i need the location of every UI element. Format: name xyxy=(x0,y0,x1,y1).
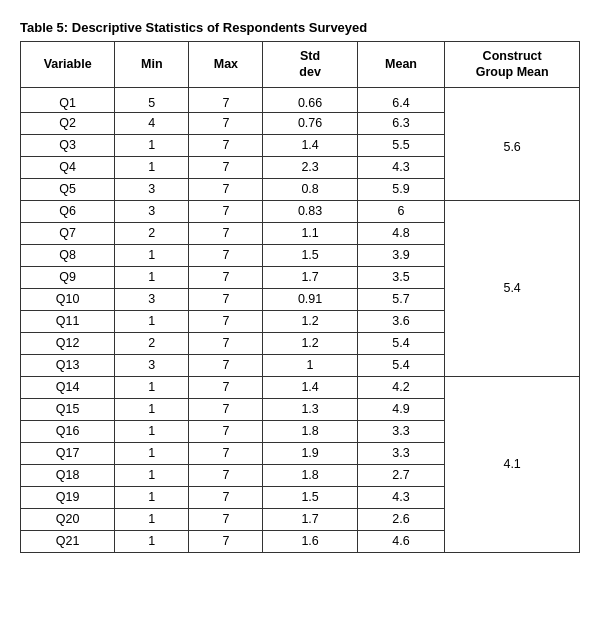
cell-mean: 6 xyxy=(357,200,445,222)
cell-variable: Q18 xyxy=(21,464,115,486)
cell-mean: 3.3 xyxy=(357,442,445,464)
cell-max: 7 xyxy=(189,420,263,442)
cell-min: 1 xyxy=(115,530,189,552)
cell-variable: Q15 xyxy=(21,398,115,420)
cell-max: 7 xyxy=(189,288,263,310)
cell-variable: Q4 xyxy=(21,156,115,178)
cell-variable: Q3 xyxy=(21,134,115,156)
cell-mean: 2.7 xyxy=(357,464,445,486)
cell-variable: Q13 xyxy=(21,354,115,376)
cell-max: 7 xyxy=(189,442,263,464)
cell-variable: Q9 xyxy=(21,266,115,288)
cell-variable: Q5 xyxy=(21,178,115,200)
cell-mean: 5.7 xyxy=(357,288,445,310)
cell-min: 1 xyxy=(115,398,189,420)
cell-std-dev: 1.2 xyxy=(263,310,357,332)
cell-min: 3 xyxy=(115,288,189,310)
cell-std-dev: 0.66 xyxy=(263,87,357,112)
cell-mean: 6.3 xyxy=(357,112,445,134)
cell-min: 2 xyxy=(115,222,189,244)
cell-variable: Q6 xyxy=(21,200,115,222)
cell-max: 7 xyxy=(189,112,263,134)
header-min: Min xyxy=(115,42,189,88)
cell-variable: Q16 xyxy=(21,420,115,442)
cell-max: 7 xyxy=(189,134,263,156)
cell-mean: 4.9 xyxy=(357,398,445,420)
cell-variable: Q12 xyxy=(21,332,115,354)
cell-std-dev: 1.8 xyxy=(263,464,357,486)
cell-std-dev: 1.5 xyxy=(263,244,357,266)
cell-min: 5 xyxy=(115,87,189,112)
cell-mean: 3.6 xyxy=(357,310,445,332)
header-std-dev: Stddev xyxy=(263,42,357,88)
cell-max: 7 xyxy=(189,486,263,508)
cell-variable: Q11 xyxy=(21,310,115,332)
cell-std-dev: 0.83 xyxy=(263,200,357,222)
cell-min: 2 xyxy=(115,332,189,354)
header-max: Max xyxy=(189,42,263,88)
header-construct-group-mean: ConstructGroup Mean xyxy=(445,42,580,88)
cell-mean: 4.6 xyxy=(357,530,445,552)
cell-std-dev: 1.5 xyxy=(263,486,357,508)
cell-std-dev: 1.2 xyxy=(263,332,357,354)
cell-min: 1 xyxy=(115,442,189,464)
cell-variable: Q8 xyxy=(21,244,115,266)
cell-max: 7 xyxy=(189,222,263,244)
cell-construct-group-mean: 5.6 xyxy=(445,87,580,200)
cell-variable: Q21 xyxy=(21,530,115,552)
cell-mean: 6.4 xyxy=(357,87,445,112)
cell-variable: Q7 xyxy=(21,222,115,244)
cell-std-dev: 1.1 xyxy=(263,222,357,244)
header-variable: Variable xyxy=(21,42,115,88)
table-row: Q6370.8365.4 xyxy=(21,200,580,222)
cell-variable: Q14 xyxy=(21,376,115,398)
cell-mean: 5.4 xyxy=(357,354,445,376)
cell-variable: Q20 xyxy=(21,508,115,530)
cell-std-dev: 1 xyxy=(263,354,357,376)
cell-construct-group-mean: 5.4 xyxy=(445,200,580,376)
cell-mean: 4.3 xyxy=(357,486,445,508)
cell-max: 7 xyxy=(189,332,263,354)
cell-max: 7 xyxy=(189,354,263,376)
cell-std-dev: 1.3 xyxy=(263,398,357,420)
cell-std-dev: 1.8 xyxy=(263,420,357,442)
cell-max: 7 xyxy=(189,508,263,530)
cell-min: 4 xyxy=(115,112,189,134)
cell-mean: 4.3 xyxy=(357,156,445,178)
cell-min: 3 xyxy=(115,354,189,376)
cell-max: 7 xyxy=(189,398,263,420)
cell-min: 1 xyxy=(115,464,189,486)
cell-min: 1 xyxy=(115,156,189,178)
cell-min: 1 xyxy=(115,508,189,530)
cell-std-dev: 1.4 xyxy=(263,376,357,398)
statistics-table: Variable Min Max Stddev Mean ConstructGr… xyxy=(20,41,580,553)
cell-max: 7 xyxy=(189,200,263,222)
cell-min: 1 xyxy=(115,134,189,156)
cell-max: 7 xyxy=(189,530,263,552)
cell-max: 7 xyxy=(189,376,263,398)
cell-mean: 5.9 xyxy=(357,178,445,200)
cell-std-dev: 0.8 xyxy=(263,178,357,200)
cell-std-dev: 0.76 xyxy=(263,112,357,134)
header-mean: Mean xyxy=(357,42,445,88)
cell-std-dev: 1.7 xyxy=(263,266,357,288)
cell-mean: 2.6 xyxy=(357,508,445,530)
cell-std-dev: 1.6 xyxy=(263,530,357,552)
cell-min: 3 xyxy=(115,200,189,222)
cell-mean: 3.9 xyxy=(357,244,445,266)
cell-mean: 5.5 xyxy=(357,134,445,156)
cell-min: 3 xyxy=(115,178,189,200)
cell-min: 1 xyxy=(115,244,189,266)
table-title: Table 5: Descriptive Statistics of Respo… xyxy=(20,20,580,35)
cell-max: 7 xyxy=(189,178,263,200)
cell-mean: 4.2 xyxy=(357,376,445,398)
cell-min: 1 xyxy=(115,376,189,398)
cell-variable: Q2 xyxy=(21,112,115,134)
cell-min: 1 xyxy=(115,310,189,332)
cell-variable: Q10 xyxy=(21,288,115,310)
cell-max: 7 xyxy=(189,87,263,112)
cell-std-dev: 0.91 xyxy=(263,288,357,310)
cell-min: 1 xyxy=(115,420,189,442)
cell-variable: Q1 xyxy=(21,87,115,112)
table-row: Q14171.44.24.1 xyxy=(21,376,580,398)
